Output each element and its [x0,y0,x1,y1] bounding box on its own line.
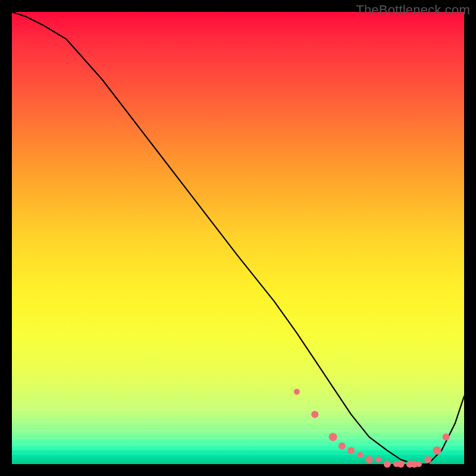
valley-marker [424,456,431,463]
valley-marker [375,456,381,462]
valley-marker [365,456,372,463]
valley-marker [347,447,355,454]
bottleneck-curve [12,12,464,464]
plot-area [12,12,464,464]
valley-marker [397,461,405,468]
valley-marker [311,411,318,418]
valley-marker [443,433,450,440]
valley-marker [329,433,337,441]
valley-marker [339,443,346,450]
valley-markers [294,389,450,468]
valley-marker [357,452,363,458]
valley-marker [433,446,441,455]
valley-marker [384,461,391,468]
valley-marker [416,461,422,467]
watermark-text: TheBottleneck.com [356,2,470,18]
curve-svg [12,12,464,464]
valley-marker [294,389,300,394]
chart-frame: TheBottleneck.com [0,0,476,476]
